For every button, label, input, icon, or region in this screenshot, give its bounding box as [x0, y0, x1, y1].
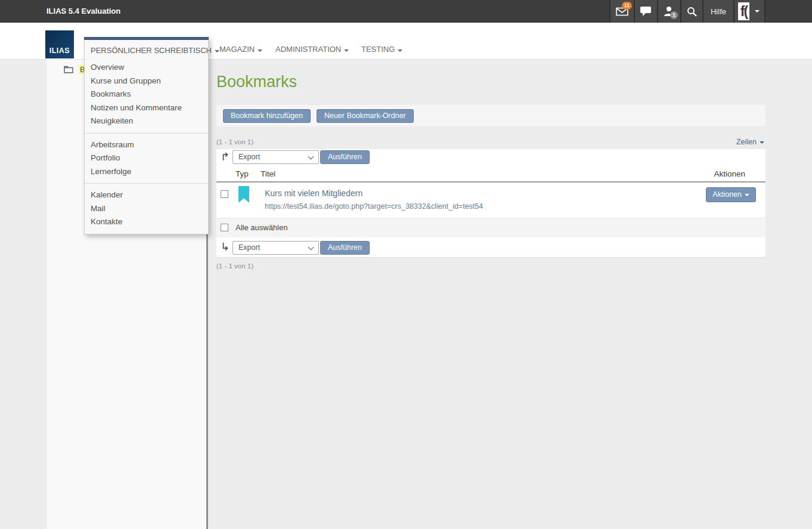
table-pagination-bottom: (1 - 1 von 1) [216, 262, 253, 270]
rows-dropdown-link[interactable]: Zeilen [736, 138, 764, 146]
chevron-down-icon [258, 50, 262, 52]
dropdown-panel: PERSÖNLICHER SCHREIBTISCH Overview Kurse… [84, 40, 209, 234]
menu-item-kontakte[interactable]: Kontakte [85, 215, 208, 229]
menu-item-lernerfolge[interactable]: Lernerfolge [85, 165, 208, 179]
apply-to-selection-bottom-icon: ↳ [221, 240, 230, 253]
chevron-down-icon [760, 141, 764, 144]
chevron-down-icon [398, 50, 402, 52]
execute-button-top[interactable]: Ausführen [320, 150, 370, 164]
bookmarks-table: ↱ Export Ausführen Typ Titel Aktionen Ku… [216, 149, 765, 258]
ilias-logo[interactable]: ILIAS [45, 30, 74, 58]
page-title: Bookmarks [216, 73, 297, 91]
chat-button[interactable] [634, 0, 657, 23]
bookmark-url: https://test54.ilias.de/goto.php?target=… [265, 202, 483, 211]
chevron-down-icon [344, 50, 349, 52]
add-bookmark-button[interactable]: Bookmark hinzufügen [223, 109, 311, 123]
personal-desktop-dropdown: PERSÖNLICHER SCHREIBTISCH Overview Kurse… [84, 37, 209, 234]
export-select-top[interactable]: Export [233, 150, 319, 164]
installation-title: ILIAS 5.4 Evaluation [47, 0, 120, 23]
apply-to-selection-top-icon: ↱ [221, 150, 230, 163]
search-icon [687, 7, 697, 17]
select-all-row: Alle auswählen [216, 218, 765, 237]
menu-item-kalender[interactable]: Kalender [85, 188, 208, 202]
table-command-row-top: ↱ Export Ausführen [216, 149, 765, 166]
user-badge: 1 [670, 11, 678, 19]
help-label: Hilfe [703, 7, 733, 16]
pagination-count: (1 - 1 von 1) [216, 138, 253, 146]
client-logo: f( [738, 2, 749, 20]
row-actions-button[interactable]: Aktionen [706, 187, 756, 202]
export-select-bottom[interactable]: Export [233, 241, 319, 255]
user-button[interactable]: 1 [657, 0, 680, 23]
table-row: Kurs mit vielen Mitgliedern https://test… [216, 182, 765, 218]
nav-item-magazin[interactable]: MAGAZIN [219, 23, 262, 60]
nav-item-testing[interactable]: TESTING [361, 23, 402, 60]
select-all-checkbox[interactable] [221, 224, 228, 231]
topbar-icon-group: 11 1 Hilfe f( [609, 0, 765, 23]
search-button[interactable] [680, 0, 702, 23]
row-checkbox[interactable] [221, 190, 228, 198]
chevron-down-icon [308, 245, 314, 250]
menu-item-neuigkeiten[interactable]: Neuigkeiten [85, 115, 208, 128]
menu-item-mail[interactable]: Mail [85, 202, 208, 216]
execute-button-bottom[interactable]: Ausführen [320, 241, 370, 255]
chevron-down-icon [745, 194, 749, 196]
menu-item-portfolio[interactable]: Portfolio [85, 151, 208, 165]
folder-icon [64, 66, 73, 73]
help-button[interactable]: Hilfe [702, 0, 733, 23]
chevron-down-icon [755, 10, 760, 13]
main-content: Bookmarks Bookmark hinzufügen Neuer Book… [208, 60, 812, 529]
ilias-logo-label: ILIAS [49, 47, 70, 58]
column-header-typ[interactable]: Typ [235, 169, 249, 178]
new-bookmark-folder-button[interactable]: Neuer Bookmark-Ordner [317, 109, 414, 123]
table-header-row: Typ Titel Aktionen [216, 166, 765, 182]
chat-icon [640, 7, 651, 16]
mail-badge: 11 [622, 2, 632, 10]
mail-button[interactable]: 11 [609, 0, 634, 23]
menu-item-notizen-und-kommentare[interactable]: Notizen und Kommentare [85, 101, 208, 115]
table-pagination-top: (1 - 1 von 1) Zeilen [216, 136, 765, 148]
menu-separator [85, 183, 208, 184]
chevron-down-icon [308, 154, 314, 160]
chevron-down-icon [215, 50, 219, 52]
menu-item-overview[interactable]: Overview [85, 61, 208, 75]
bookmark-title-link[interactable]: Kurs mit vielen Mitgliedern [265, 188, 362, 198]
menu-item-arbeitsraum[interactable]: Arbeitsraum [85, 138, 208, 152]
nav-item-persoenlicher-schreibtisch[interactable]: PERSÖNLICHER SCHREIBTISCH [85, 40, 208, 61]
bookmark-icon [238, 186, 249, 203]
column-header-aktionen: Aktionen [714, 169, 745, 178]
menu-item-kurse-und-gruppen[interactable]: Kurse und Gruppen [85, 75, 208, 88]
select-all-label: Alle auswählen [235, 223, 287, 232]
table-command-row-bottom: ↳ Export Ausführen [216, 237, 765, 257]
nav-item-administration[interactable]: ADMINISTRATION [275, 23, 349, 60]
menu-item-bookmarks[interactable]: Bookmarks [85, 88, 208, 101]
client-logo-button[interactable]: f( [733, 0, 765, 23]
column-header-titel[interactable]: Titel [261, 169, 275, 178]
action-toolbar: Bookmark hinzufügen Neuer Bookmark-Ordne… [216, 105, 765, 126]
top-bar: ILIAS 5.4 Evaluation 11 1 [0, 0, 812, 23]
menu-separator [85, 133, 208, 134]
